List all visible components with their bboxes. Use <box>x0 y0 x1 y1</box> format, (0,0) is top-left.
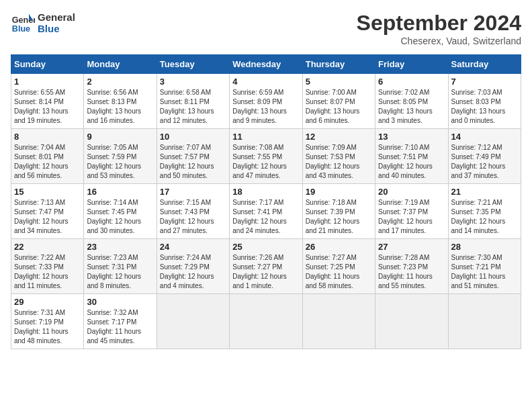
day-number: 28 <box>451 242 518 252</box>
day-number: 6 <box>378 77 445 87</box>
calendar-cell: 23 Sunrise: 7:23 AM Sunset: 7:31 PM Dayl… <box>84 239 157 294</box>
day-number: 11 <box>232 132 299 142</box>
calendar-cell: 20 Sunrise: 7:19 AM Sunset: 7:37 PM Dayl… <box>375 184 448 239</box>
location-subtitle: Cheserex, Vaud, Switzerland <box>357 36 521 46</box>
day-info: Sunrise: 7:24 AM Sunset: 7:29 PM Dayligh… <box>160 253 226 291</box>
day-number: 22 <box>14 242 81 252</box>
calendar-week-row: 29 Sunrise: 7:31 AM Sunset: 7:19 PM Dayl… <box>11 294 521 349</box>
month-title: September 2024 <box>357 11 521 36</box>
day-number: 25 <box>232 242 299 252</box>
calendar-cell: 17 Sunrise: 7:15 AM Sunset: 7:43 PM Dayl… <box>157 184 229 239</box>
day-number: 14 <box>451 132 518 142</box>
calendar-table: SundayMondayTuesdayWednesdayThursdayFrid… <box>11 54 521 349</box>
day-info: Sunrise: 7:32 AM Sunset: 7:17 PM Dayligh… <box>87 308 153 346</box>
day-number: 2 <box>87 77 153 87</box>
day-info: Sunrise: 7:28 AM Sunset: 7:23 PM Dayligh… <box>378 253 445 291</box>
day-info: Sunrise: 6:55 AM Sunset: 8:14 PM Dayligh… <box>14 88 81 126</box>
calendar-header-row: SundayMondayTuesdayWednesdayThursdayFrid… <box>11 55 521 74</box>
title-block: September 2024 Cheserex, Vaud, Switzerla… <box>357 11 521 46</box>
day-number: 8 <box>14 132 81 142</box>
calendar-cell <box>302 294 375 349</box>
day-number: 7 <box>451 77 518 87</box>
calendar-cell: 24 Sunrise: 7:24 AM Sunset: 7:29 PM Dayl… <box>157 239 229 294</box>
calendar-cell: 12 Sunrise: 7:09 AM Sunset: 7:53 PM Dayl… <box>302 129 375 184</box>
day-number: 5 <box>306 77 372 87</box>
day-number: 16 <box>87 187 153 197</box>
logo: General Blue General Blue <box>11 11 75 35</box>
day-number: 10 <box>160 132 226 142</box>
calendar-cell: 4 Sunrise: 6:59 AM Sunset: 8:09 PM Dayli… <box>230 74 302 129</box>
day-number: 29 <box>14 297 81 307</box>
calendar-cell: 16 Sunrise: 7:14 AM Sunset: 7:45 PM Dayl… <box>84 184 157 239</box>
day-info: Sunrise: 7:05 AM Sunset: 7:59 PM Dayligh… <box>87 143 153 181</box>
day-info: Sunrise: 7:13 AM Sunset: 7:47 PM Dayligh… <box>14 198 81 236</box>
day-number: 24 <box>160 242 226 252</box>
day-info: Sunrise: 7:18 AM Sunset: 7:39 PM Dayligh… <box>306 198 372 236</box>
calendar-cell: 10 Sunrise: 7:07 AM Sunset: 7:57 PM Dayl… <box>157 129 229 184</box>
day-info: Sunrise: 7:17 AM Sunset: 7:41 PM Dayligh… <box>232 198 299 236</box>
calendar-week-row: 8 Sunrise: 7:04 AM Sunset: 8:01 PM Dayli… <box>11 129 521 184</box>
calendar-cell: 11 Sunrise: 7:08 AM Sunset: 7:55 PM Dayl… <box>230 129 302 184</box>
calendar-cell: 3 Sunrise: 6:58 AM Sunset: 8:11 PM Dayli… <box>157 74 229 129</box>
day-number: 12 <box>306 132 372 142</box>
day-info: Sunrise: 6:59 AM Sunset: 8:09 PM Dayligh… <box>232 88 299 126</box>
calendar-cell: 26 Sunrise: 7:27 AM Sunset: 7:25 PM Dayl… <box>302 239 375 294</box>
day-info: Sunrise: 7:27 AM Sunset: 7:25 PM Dayligh… <box>306 253 372 291</box>
calendar-cell: 28 Sunrise: 7:30 AM Sunset: 7:21 PM Dayl… <box>448 239 521 294</box>
calendar-cell: 15 Sunrise: 7:13 AM Sunset: 7:47 PM Dayl… <box>11 184 84 239</box>
day-info: Sunrise: 7:26 AM Sunset: 7:27 PM Dayligh… <box>232 253 299 291</box>
day-info: Sunrise: 7:10 AM Sunset: 7:51 PM Dayligh… <box>378 143 445 181</box>
day-info: Sunrise: 7:22 AM Sunset: 7:33 PM Dayligh… <box>14 253 81 291</box>
calendar-cell <box>157 294 229 349</box>
day-info: Sunrise: 7:23 AM Sunset: 7:31 PM Dayligh… <box>87 253 153 291</box>
calendar-cell: 1 Sunrise: 6:55 AM Sunset: 8:14 PM Dayli… <box>11 74 84 129</box>
day-info: Sunrise: 7:15 AM Sunset: 7:43 PM Dayligh… <box>160 198 226 236</box>
day-info: Sunrise: 7:12 AM Sunset: 7:49 PM Dayligh… <box>451 143 518 181</box>
day-info: Sunrise: 7:00 AM Sunset: 8:07 PM Dayligh… <box>306 88 372 126</box>
day-header-thursday: Thursday <box>302 55 375 74</box>
day-info: Sunrise: 7:30 AM Sunset: 7:21 PM Dayligh… <box>451 253 518 291</box>
day-info: Sunrise: 6:58 AM Sunset: 8:11 PM Dayligh… <box>160 88 226 126</box>
calendar-cell: 7 Sunrise: 7:03 AM Sunset: 8:03 PM Dayli… <box>448 74 521 129</box>
calendar-cell: 2 Sunrise: 6:56 AM Sunset: 8:13 PM Dayli… <box>84 74 157 129</box>
day-number: 21 <box>451 187 518 197</box>
day-info: Sunrise: 7:21 AM Sunset: 7:35 PM Dayligh… <box>451 198 518 236</box>
calendar-cell: 25 Sunrise: 7:26 AM Sunset: 7:27 PM Dayl… <box>230 239 302 294</box>
svg-text:Blue: Blue <box>12 24 30 34</box>
day-info: Sunrise: 7:14 AM Sunset: 7:45 PM Dayligh… <box>87 198 153 236</box>
day-info: Sunrise: 6:56 AM Sunset: 8:13 PM Dayligh… <box>87 88 153 126</box>
calendar-cell: 30 Sunrise: 7:32 AM Sunset: 7:17 PM Dayl… <box>84 294 157 349</box>
calendar-cell: 27 Sunrise: 7:28 AM Sunset: 7:23 PM Dayl… <box>375 239 448 294</box>
calendar-cell: 8 Sunrise: 7:04 AM Sunset: 8:01 PM Dayli… <box>11 129 84 184</box>
calendar-cell: 6 Sunrise: 7:02 AM Sunset: 8:05 PM Dayli… <box>375 74 448 129</box>
day-number: 13 <box>378 132 445 142</box>
day-number: 19 <box>306 187 372 197</box>
day-number: 3 <box>160 77 226 87</box>
calendar-cell: 14 Sunrise: 7:12 AM Sunset: 7:49 PM Dayl… <box>448 129 521 184</box>
day-number: 20 <box>378 187 445 197</box>
calendar-week-row: 1 Sunrise: 6:55 AM Sunset: 8:14 PM Dayli… <box>11 74 521 129</box>
day-number: 1 <box>14 77 81 87</box>
day-number: 4 <box>232 77 299 87</box>
calendar-cell: 29 Sunrise: 7:31 AM Sunset: 7:19 PM Dayl… <box>11 294 84 349</box>
day-info: Sunrise: 7:09 AM Sunset: 7:53 PM Dayligh… <box>306 143 372 181</box>
calendar-cell: 19 Sunrise: 7:18 AM Sunset: 7:39 PM Dayl… <box>302 184 375 239</box>
calendar-cell: 21 Sunrise: 7:21 AM Sunset: 7:35 PM Dayl… <box>448 184 521 239</box>
logo-blue: Blue <box>38 23 75 34</box>
calendar-cell <box>375 294 448 349</box>
day-number: 27 <box>378 242 445 252</box>
day-info: Sunrise: 7:03 AM Sunset: 8:03 PM Dayligh… <box>451 88 518 126</box>
day-header-wednesday: Wednesday <box>230 55 302 74</box>
calendar-cell <box>448 294 521 349</box>
calendar-cell: 9 Sunrise: 7:05 AM Sunset: 7:59 PM Dayli… <box>84 129 157 184</box>
calendar-cell: 13 Sunrise: 7:10 AM Sunset: 7:51 PM Dayl… <box>375 129 448 184</box>
day-header-tuesday: Tuesday <box>157 55 229 74</box>
day-number: 18 <box>232 187 299 197</box>
day-number: 30 <box>87 297 153 307</box>
day-number: 17 <box>160 187 226 197</box>
day-number: 15 <box>14 187 81 197</box>
day-header-saturday: Saturday <box>448 55 521 74</box>
day-number: 23 <box>87 242 153 252</box>
calendar-cell: 18 Sunrise: 7:17 AM Sunset: 7:41 PM Dayl… <box>230 184 302 239</box>
day-number: 9 <box>87 132 153 142</box>
